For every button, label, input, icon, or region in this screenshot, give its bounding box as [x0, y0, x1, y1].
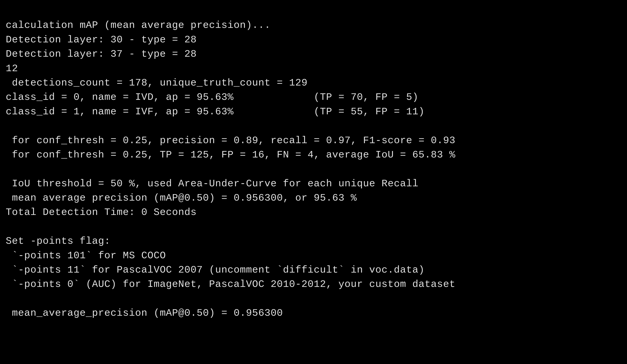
terminal-line: mean average precision (mAP@0.50) = 0.95… — [6, 191, 621, 205]
terminal-line — [6, 162, 621, 176]
terminal-line: detections_count = 178, unique_truth_cou… — [6, 76, 621, 90]
terminal-output: calculation mAP (mean average precision)… — [6, 4, 621, 320]
terminal-line: for conf_thresh = 0.25, precision = 0.89… — [6, 134, 621, 148]
terminal-line: Detection layer: 37 - type = 28 — [6, 47, 621, 61]
terminal-line: Set -points flag: — [6, 234, 621, 248]
terminal-line: Detection layer: 30 - type = 28 — [6, 33, 621, 47]
terminal-line: class_id = 1, name = IVF, ap = 95.63% (T… — [6, 105, 621, 119]
terminal-line: IoU threshold = 50 %, used Area-Under-Cu… — [6, 177, 621, 191]
terminal-line: `-points 101` for MS COCO — [6, 249, 621, 263]
terminal-line: `-points 0` (AUC) for ImageNet, PascalVO… — [6, 277, 621, 291]
terminal-line: class_id = 0, name = IVD, ap = 95.63% (T… — [6, 90, 621, 104]
terminal-line: 12 — [6, 61, 621, 76]
terminal-line: `-points 11` for PascalVOC 2007 (uncomme… — [6, 263, 621, 277]
terminal-line: Total Detection Time: 0 Seconds — [6, 205, 621, 220]
terminal-line — [6, 119, 621, 133]
terminal-line: mean_average_precision (mAP@0.50) = 0.95… — [6, 306, 621, 320]
terminal-line: for conf_thresh = 0.25, TP = 125, FP = 1… — [6, 148, 621, 162]
terminal-line: calculation mAP (mean average precision)… — [6, 18, 621, 33]
terminal-line — [6, 220, 621, 234]
terminal-line — [6, 292, 621, 306]
